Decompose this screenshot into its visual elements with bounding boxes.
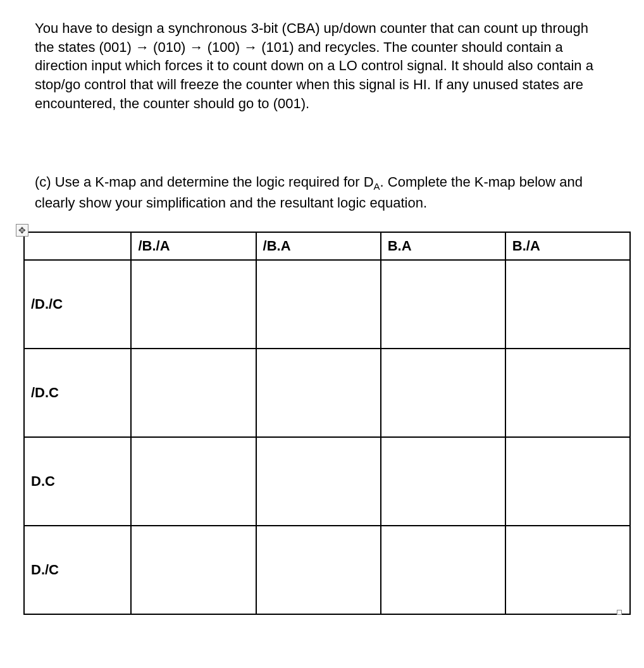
problem-statement: You have to design a synchronous 3-bit (… xyxy=(35,19,609,113)
kmap-cell-1-3[interactable] xyxy=(505,349,630,437)
kmap-row-header-0: /D./C xyxy=(24,260,131,349)
kmap-cell-0-3[interactable] xyxy=(505,260,630,349)
kmap-cell-1-2[interactable] xyxy=(381,349,505,437)
kmap-cell-3-1[interactable] xyxy=(256,526,381,614)
kmap-cell-2-2[interactable] xyxy=(381,437,505,526)
kmap-cell-2-1[interactable] xyxy=(256,437,381,526)
kmap-row-0: /D./C xyxy=(24,260,630,349)
kmap-corner xyxy=(24,232,131,260)
kmap-row-2: D.C xyxy=(24,437,630,526)
part-c-instruction: (c) Use a K-map and determine the logic … xyxy=(35,173,609,212)
kmap-row-header-2: D.C xyxy=(24,437,131,526)
kmap-container: ✥ /B./A /B.A B.A B./A /D./C /D.C D.C xyxy=(23,232,609,615)
kmap-cell-2-3[interactable] xyxy=(505,437,630,526)
kmap-cell-3-0[interactable] xyxy=(131,526,256,614)
kmap-cell-1-1[interactable] xyxy=(256,349,381,437)
kmap-cell-2-0[interactable] xyxy=(131,437,256,526)
kmap-table: /B./A /B.A B.A B./A /D./C /D.C D.C xyxy=(23,232,631,615)
kmap-cell-3-3[interactable] xyxy=(505,526,630,614)
part-c-prefix: (c) Use a K-map and determine the logic … xyxy=(35,174,374,190)
kmap-col-0: /B./A xyxy=(131,232,256,260)
kmap-col-3: B./A xyxy=(505,232,630,260)
move-glyph: ✥ xyxy=(18,225,26,235)
kmap-col-1: /B.A xyxy=(256,232,381,260)
kmap-row-header-1: /D.C xyxy=(24,349,131,437)
kmap-row-1: /D.C xyxy=(24,349,630,437)
kmap-col-2: B.A xyxy=(381,232,505,260)
part-c-subscript: A xyxy=(374,182,380,192)
kmap-header-row: /B./A /B.A B.A B./A xyxy=(24,232,630,260)
table-move-icon[interactable]: ✥ xyxy=(16,224,28,237)
kmap-cell-1-0[interactable] xyxy=(131,349,256,437)
kmap-cell-0-1[interactable] xyxy=(256,260,381,349)
kmap-row-3: D./C xyxy=(24,526,630,614)
table-resize-icon[interactable] xyxy=(617,610,622,615)
problem-text: You have to design a synchronous 3-bit (… xyxy=(35,19,609,113)
kmap-cell-3-2[interactable] xyxy=(381,526,505,614)
kmap-cell-0-0[interactable] xyxy=(131,260,256,349)
kmap-cell-0-2[interactable] xyxy=(381,260,505,349)
kmap-row-header-3: D./C xyxy=(24,526,131,614)
